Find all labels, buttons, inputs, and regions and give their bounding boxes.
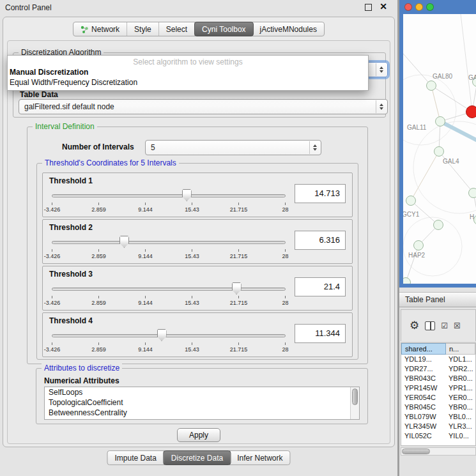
dropdown-option-equal-width-frequency[interactable]: Equal Width/Frequency Discretization	[8, 77, 368, 88]
combobox-stepper-icon[interactable]	[376, 63, 387, 76]
network-node[interactable]	[433, 220, 443, 230]
network-node-gal80[interactable]	[426, 81, 436, 91]
column-header-name[interactable]: n...	[446, 343, 475, 355]
column-header-shared-name[interactable]: shared...	[401, 343, 446, 355]
select-all-icon[interactable]: ☑	[441, 321, 448, 330]
table-row[interactable]: YLR345WYLR3...	[401, 422, 475, 431]
tab-label: Infer Network	[237, 454, 282, 463]
tab-discretize-data[interactable]: Discretize Data	[164, 450, 231, 465]
interval-definition-group: Interval Definition Number of Intervals …	[27, 127, 368, 364]
tab-jactivemnodules[interactable]: jActiveMNodules	[253, 22, 324, 36]
application-window: Control Panel ✕ Network Style	[0, 0, 476, 476]
window-controls	[404, 3, 434, 11]
slider-track[interactable]	[52, 288, 286, 291]
threshold-value-field[interactable]: 14.713	[295, 184, 346, 203]
table-row[interactable]: YPR145WYPR1...	[401, 383, 475, 393]
table-row[interactable]: YDL19...YDL1...	[401, 355, 475, 364]
cyni-toolbox-content: Discretization Algorithm Table Data galF…	[7, 40, 390, 444]
list-item[interactable]: BetweennessCentrality	[45, 408, 359, 418]
slider-thumb[interactable]	[182, 189, 192, 201]
control-panel-body: Network Style Select Cyni Toolbox jActiv…	[3, 17, 395, 447]
threshold-panel-4: Threshold 4 -3.426 2.859 9.144 15.43 21.…	[42, 312, 353, 357]
table-row[interactable]: YDR27...YDR2...	[401, 364, 475, 374]
tab-cyni-toolbox[interactable]: Cyni Toolbox	[194, 22, 253, 36]
network-node-gal4[interactable]	[434, 146, 444, 157]
number-of-intervals-combobox[interactable]: 5	[145, 140, 321, 155]
tab-infer-network[interactable]: Infer Network	[230, 451, 289, 464]
tab-impute-data[interactable]: Impute Data	[107, 451, 164, 464]
slider-thumb[interactable]	[119, 236, 129, 248]
network-node-gal11[interactable]	[435, 116, 445, 127]
slider-track[interactable]	[52, 194, 286, 197]
show-columns-icon[interactable]	[425, 321, 435, 330]
slider-track[interactable]	[52, 241, 286, 244]
threshold-panel-1: Threshold 1 -3.426 2.859 9.144 15.43 21.…	[42, 173, 353, 217]
group-title: Attributes to discretize	[42, 364, 122, 372]
minimize-window-icon[interactable]	[415, 3, 423, 11]
bottom-tab-strip: Impute Data Discretize Data Infer Networ…	[107, 450, 290, 465]
network-view-window: GAL80GAGAL11GAL4GCY1HAP2H	[399, 0, 476, 288]
tab-label: Network	[91, 25, 119, 34]
node-label: HAP2	[408, 252, 425, 259]
slider-tick-labels: -3.426 2.859 9.144 15.43 21.715 28	[52, 249, 286, 259]
combobox-stepper-icon[interactable]	[376, 100, 387, 113]
right-panel: GAL80GAGAL11GAL4GCY1HAP2H Table Panel ⚙ …	[399, 0, 476, 476]
network-node-hap2[interactable]	[413, 240, 424, 250]
list-item[interactable]: TopologicalCoefficient	[45, 397, 359, 408]
tab-style[interactable]: Style	[127, 22, 159, 36]
slider-tick-labels: -3.426 2.859 9.144 15.43 21.715 28	[52, 296, 286, 306]
slider-thumb[interactable]	[157, 329, 167, 341]
threshold-value-field[interactable]: 6.316	[295, 231, 346, 250]
table-horizontal-scrollbar[interactable]	[401, 447, 476, 456]
threshold-slider[interactable]: -3.426 2.859 9.144 15.43 21.715 28	[52, 282, 286, 309]
node-label: GAL11	[407, 124, 426, 131]
node-label: GA	[468, 74, 476, 81]
attributes-group: Attributes to discretize Numerical Attri…	[36, 368, 368, 424]
float-window-icon[interactable]	[365, 4, 372, 11]
scrollbar-thumb[interactable]	[402, 449, 430, 454]
list-scrollbar[interactable]	[350, 387, 359, 419]
table-row[interactable]: YBR043CYBR0...	[401, 374, 475, 383]
close-window-icon[interactable]	[404, 3, 412, 11]
table-row[interactable]: YBL079WYBL0...	[401, 412, 475, 422]
table-toolbar: ⚙ ☑ ☒	[401, 309, 476, 341]
threshold-label: Threshold 3	[49, 270, 93, 279]
apply-button[interactable]: Apply	[177, 428, 220, 442]
tab-network[interactable]: Network	[73, 22, 127, 36]
network-node-gcy1[interactable]	[406, 196, 416, 206]
tab-label: jActiveMNodules	[260, 25, 317, 34]
attributes-list: SelfLoops TopologicalCoefficient Between…	[44, 387, 360, 420]
close-panel-icon[interactable]: ✕	[380, 1, 387, 12]
threshold-panel-2: Threshold 2 -3.426 2.859 9.144 15.43 21.…	[42, 219, 353, 264]
combobox-stepper-icon[interactable]	[309, 141, 320, 154]
table-panel-header: Table Panel	[399, 292, 476, 307]
tab-label: Impute Data	[114, 454, 156, 463]
table-row[interactable]: YER054CYER0...	[401, 393, 475, 403]
deselect-all-icon[interactable]: ☒	[454, 321, 461, 330]
network-node[interactable]	[468, 188, 476, 198]
threshold-slider[interactable]: -3.426 2.859 9.144 15.43 21.715 28	[52, 328, 286, 355]
slider-thumb[interactable]	[232, 282, 242, 295]
dropdown-option-manual-discretization[interactable]: Manual Discretization	[8, 67, 368, 77]
tab-select[interactable]: Select	[159, 22, 195, 36]
slider-track[interactable]	[52, 334, 286, 337]
table-data-combobox[interactable]: galFiltered.sif default node	[19, 99, 388, 114]
threshold-value-field[interactable]: 11.344	[295, 324, 346, 343]
table-row[interactable]: YIL052CYIL0...	[401, 431, 475, 441]
table-data-value: galFiltered.sif default node	[24, 102, 114, 111]
node-label: GCY1	[403, 211, 419, 218]
zoom-window-icon[interactable]	[426, 3, 434, 11]
node-label: GAL80	[433, 73, 452, 80]
slider-tick-labels: -3.426 2.859 9.144 15.43 21.715 28	[52, 203, 286, 213]
threshold-value-field[interactable]: 21.4	[295, 277, 346, 296]
network-node[interactable]	[466, 105, 476, 118]
table-settings-gear-icon[interactable]: ⚙	[410, 319, 419, 332]
threshold-slider[interactable]: -3.426 2.859 9.144 15.43 21.715 28	[52, 188, 286, 215]
scrollbar-thumb[interactable]	[352, 388, 358, 405]
table-row[interactable]: YBR045CYBR0...	[401, 403, 475, 412]
list-item[interactable]: SelfLoops	[45, 387, 359, 397]
dropdown-placeholder: Select algorithm to view settings	[8, 58, 368, 67]
threshold-slider[interactable]: -3.426 2.859 9.144 15.43 21.715 28	[52, 235, 286, 262]
network-canvas[interactable]: GAL80GAGAL11GAL4GCY1HAP2H	[403, 14, 476, 284]
numerical-attributes-label: Numerical Attributes	[44, 376, 119, 385]
